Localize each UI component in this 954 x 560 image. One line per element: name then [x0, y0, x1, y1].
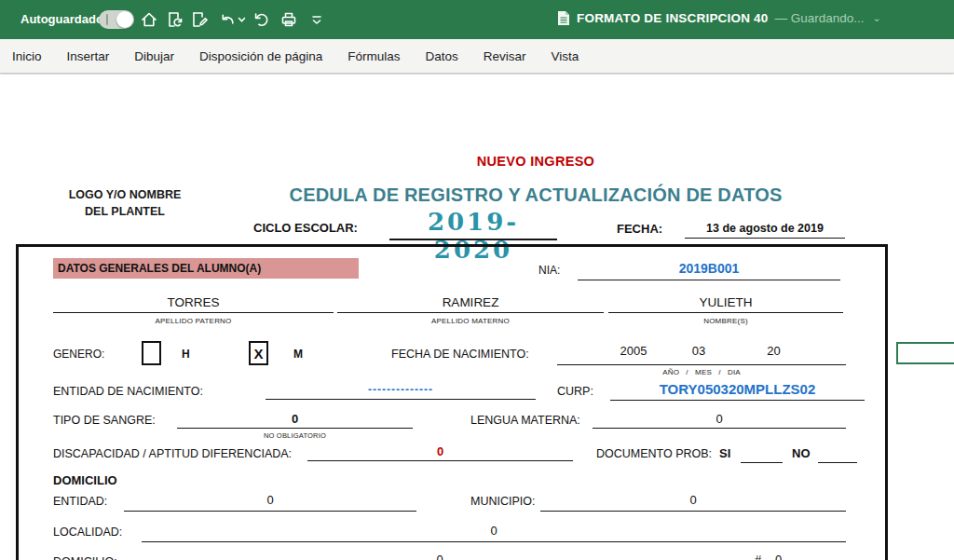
fecha-value[interactable]: 13 de agosto de 2019 [685, 222, 845, 235]
redo-icon[interactable] [250, 9, 272, 30]
lengua-materna-value[interactable]: 0 [593, 412, 846, 426]
save-sync-icon[interactable] [164, 9, 186, 30]
documento-prob-label: DOCUMENTO PROB: [596, 447, 712, 460]
discapacidad-underline [307, 460, 573, 461]
entidad-nacimiento-underline [266, 399, 536, 400]
document-icon [557, 10, 570, 26]
save-edit-icon[interactable] [188, 9, 211, 30]
home-icon[interactable] [138, 9, 160, 30]
ciclo-underline [389, 239, 557, 240]
tipo-sangre-label: TIPO DE SANGRE: [53, 414, 156, 427]
documento-si-label: SI [719, 446, 730, 460]
document-title: FORMATO DE INSCRIPCION 40 [577, 11, 769, 25]
document-status: — Guardando... [775, 11, 865, 25]
autosave-label: Autoguardado [20, 12, 103, 26]
discapacidad-label: DISCAPACIDAD / APTITUD DIFERENCIADA: [53, 447, 292, 460]
undo-chevron-icon[interactable] [235, 9, 248, 30]
apellido-materno-value[interactable]: RAMIREZ [337, 295, 604, 309]
curp-label: CURP: [557, 385, 593, 398]
municipio-underline [540, 511, 846, 512]
fecha-nacimiento-label: FECHA DE NACIMIENTO: [391, 348, 529, 361]
tab-insertar[interactable]: Insertar [67, 49, 110, 63]
ciclo-escolar-label: CICLO ESCOLAR: [253, 221, 358, 235]
entidad-nacimiento-label: ENTIDAD DE NACIMIENTO: [53, 385, 203, 398]
autosave-toggle[interactable] [99, 10, 134, 29]
genero-h-label: H [182, 348, 190, 361]
genero-h-checkbox[interactable] [142, 341, 161, 365]
domicilio-section-header: DOMICILIO [53, 473, 117, 487]
localidad-label: LOCALIDAD: [53, 526, 122, 539]
municipio-value[interactable]: 0 [540, 493, 846, 507]
curp-underline [610, 400, 865, 401]
nia-underline [578, 280, 840, 280]
nombres-value[interactable]: YULIETH [608, 295, 843, 309]
logo-placeholder: LOGO Y/O NOMBRE DEL PLANTEL [54, 187, 196, 220]
section-header-datos-generales: DATOS GENERALES DEL ALUMNO(A) [53, 258, 359, 279]
domicilio-num-value[interactable]: 0 [775, 553, 782, 560]
tab-dibujar[interactable]: Dibujar [134, 49, 174, 63]
logo-line2: DEL PLANTEL [54, 204, 196, 221]
genero-m-label: M [293, 348, 303, 361]
excel-window: Autoguardado [0, 0, 954, 560]
document-title-group: FORMATO DE INSCRIPCION 40 — Guardando...… [557, 10, 881, 26]
worksheet: NUEVO INGRESO LOGO Y/O NOMBRE DEL PLANTE… [0, 75, 954, 560]
municipio-label: MUNICIPIO: [470, 495, 535, 508]
tipo-sangre-value[interactable]: 0 [177, 412, 413, 426]
domicilio-value[interactable]: 0 [142, 553, 738, 560]
title-chevron-icon[interactable]: ⌄ [873, 12, 881, 24]
fecha-label: FECHA: [617, 222, 662, 236]
nacimiento-dia[interactable]: 20 [753, 344, 795, 358]
genero-label: GENERO: [53, 348, 104, 361]
tab-formulas[interactable]: Fórmulas [348, 49, 400, 63]
tab-vista[interactable]: Vista [551, 49, 579, 63]
nombres-caption: NOMBRE(S) [608, 317, 843, 325]
nombres-underline [608, 312, 843, 313]
documento-no-underline[interactable] [818, 462, 857, 463]
banner-nuevo-ingreso: NUEVO INGRESO [391, 154, 680, 169]
tab-datos[interactable]: Datos [425, 49, 457, 63]
tab-disposicion[interactable]: Disposición de página [199, 49, 322, 63]
nacimiento-anio[interactable]: 2005 [606, 344, 661, 358]
lengua-materna-underline [593, 428, 846, 429]
selected-cell[interactable] [896, 342, 954, 364]
nacimiento-underline [557, 364, 846, 365]
fecha-underline [685, 238, 845, 239]
documento-no-label: NO [792, 446, 811, 460]
entidad-nacimiento-value[interactable]: -------------- [266, 383, 536, 396]
entidad-label: ENTIDAD: [53, 495, 107, 508]
nacimiento-caption: AÑO / MES / DIA [557, 368, 846, 376]
apellido-materno-underline [337, 312, 604, 313]
nacimiento-mes[interactable]: 03 [680, 344, 717, 358]
discapacidad-value[interactable]: 0 [307, 444, 573, 458]
apellido-paterno-caption: APELLIDO PATERNO [53, 317, 334, 325]
toggle-on-mark [106, 14, 108, 25]
localidad-value[interactable]: 0 [142, 524, 846, 538]
print-icon[interactable] [278, 9, 300, 30]
apellido-materno-caption: APELLIDO MATERNO [337, 317, 604, 325]
logo-line1: LOGO Y/O NOMBRE [54, 187, 196, 204]
domicilio-label: DOMICILIO: [53, 555, 117, 560]
ribbon-tab-bar: Inicio Insertar Dibujar Disposición de p… [0, 39, 954, 74]
form-title: CEDULA DE REGISTRO Y ACTUALIZACIÓN DE DA… [261, 184, 811, 206]
apellido-paterno-underline [53, 312, 334, 313]
localidad-underline [142, 541, 846, 542]
tab-revisar[interactable]: Revisar [484, 49, 526, 63]
lengua-materna-label: LENGUA MATERNA: [470, 414, 580, 427]
nia-label: NIA: [538, 264, 560, 277]
tab-inicio[interactable]: Inicio [12, 49, 42, 63]
toggle-knob [116, 11, 133, 28]
title-bar: Autoguardado [0, 0, 954, 39]
tipo-sangre-caption: NO OBLIGATORIO [177, 431, 413, 440]
entidad-underline [124, 511, 416, 512]
curp-value[interactable]: TORY050320MPLLZS02 [610, 381, 865, 397]
form-border-box [16, 244, 888, 560]
nia-value[interactable]: 2019B001 [578, 261, 840, 276]
toolbar-overflow-icon[interactable] [306, 9, 328, 30]
entidad-value[interactable]: 0 [124, 493, 416, 507]
tipo-sangre-underline [177, 428, 413, 429]
apellido-paterno-value[interactable]: TORRES [53, 295, 334, 309]
documento-si-underline[interactable] [741, 462, 783, 463]
genero-m-checkbox[interactable]: X [249, 341, 268, 365]
domicilio-num-label: # [755, 553, 761, 560]
